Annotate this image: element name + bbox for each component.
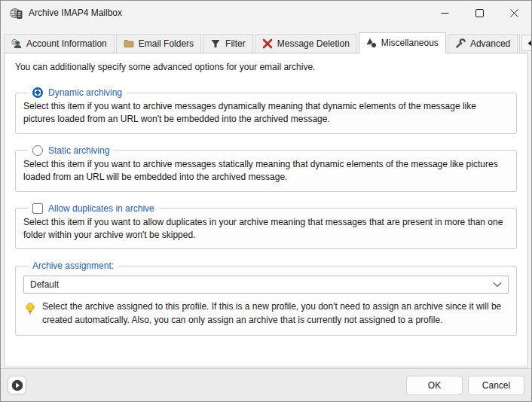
funnel-icon	[210, 38, 221, 49]
lightbulb-icon	[25, 303, 35, 316]
account-at-icon: @	[11, 38, 22, 49]
minimize-button[interactable]	[427, 1, 462, 25]
close-button[interactable]	[497, 1, 531, 25]
folder-icon	[124, 38, 134, 49]
dynamic-archiving-label[interactable]: Dynamic archiving	[48, 87, 122, 98]
group-allow-duplicates: Allow duplicates in archive Select this …	[15, 203, 517, 250]
close-icon	[510, 9, 518, 17]
tab-scroll-left-button[interactable]	[521, 35, 532, 51]
allow-duplicates-checkbox[interactable]	[32, 203, 43, 214]
tab-label: Account Information	[26, 38, 107, 49]
archive-assignment-label: Archive assignment:	[32, 260, 114, 271]
tab-label: Advanced	[470, 38, 510, 49]
arrow-left-icon	[527, 40, 532, 47]
allow-duplicates-description: Select this item if you want to allow du…	[23, 216, 509, 242]
static-archiving-radio[interactable]	[32, 145, 43, 156]
tab-label: Miscellaneous	[381, 38, 439, 48]
dialog-archive-imap4-mailbox: Archive IMAP4 Mailbox @ Account Info	[0, 0, 532, 402]
archive-assignment-value: Default	[30, 279, 493, 290]
footer-actions: OK Cancel	[406, 376, 524, 395]
static-archiving-description: Select this item if you want to archive …	[23, 158, 509, 184]
tab-scroller	[521, 35, 532, 51]
titlebar: Archive IMAP4 Mailbox	[1, 1, 531, 25]
tab-label: Filter	[225, 38, 246, 49]
minimize-icon	[441, 9, 449, 17]
play-icon	[11, 379, 23, 391]
tab-message-deletion[interactable]: Message Deletion	[255, 34, 357, 53]
tab-clipped[interactable]	[519, 34, 520, 53]
tab-account-information[interactable]: @ Account Information	[4, 34, 115, 53]
group-static-archiving: Static archiving Select this item if you…	[15, 145, 517, 192]
tab-label: Message Deletion	[277, 38, 350, 49]
footer-bar: OK Cancel	[1, 368, 531, 401]
archive-assignment-tip: Select the archive assigned to this prof…	[42, 300, 509, 327]
wrench-icon	[455, 38, 466, 49]
caption-buttons	[427, 1, 531, 25]
static-archiving-label[interactable]: Static archiving	[48, 145, 109, 156]
tab-label: Email Folders	[139, 38, 194, 49]
tab-advanced[interactable]: Advanced	[448, 34, 518, 53]
maximize-icon	[475, 9, 484, 17]
archive-assignment-select[interactable]: Default	[23, 276, 509, 294]
tab-strip: @ Account Information Email Folders Fi	[1, 25, 531, 53]
group-archive-assignment: Archive assignment: Default Select the a…	[15, 260, 517, 336]
tab-email-folders[interactable]: Email Folders	[116, 34, 201, 53]
cancel-button[interactable]: Cancel	[468, 376, 524, 395]
maximize-button[interactable]	[462, 1, 497, 25]
group-dynamic-archiving: Dynamic archiving Select this item if yo…	[15, 87, 517, 134]
tab-page-miscellaneous: You can additionally specify some advanc…	[4, 53, 528, 367]
app-icon	[10, 7, 23, 20]
dynamic-archiving-description: Select this item if you want to archive …	[23, 100, 509, 126]
tab-filter[interactable]: Filter	[203, 34, 253, 53]
ok-button[interactable]: OK	[406, 376, 463, 395]
intro-text: You can additionally specify some advanc…	[15, 62, 518, 72]
dynamic-archiving-radio[interactable]	[32, 87, 43, 98]
run-profile-button[interactable]	[8, 376, 26, 394]
allow-duplicates-label[interactable]: Allow duplicates in archive	[48, 203, 154, 214]
tab-miscellaneous[interactable]: Miscellaneous	[359, 32, 446, 53]
red-x-icon	[262, 38, 273, 49]
window-title: Archive IMAP4 Mailbox	[29, 8, 122, 18]
chevron-down-icon	[493, 282, 502, 288]
shapes-icon	[366, 38, 377, 48]
